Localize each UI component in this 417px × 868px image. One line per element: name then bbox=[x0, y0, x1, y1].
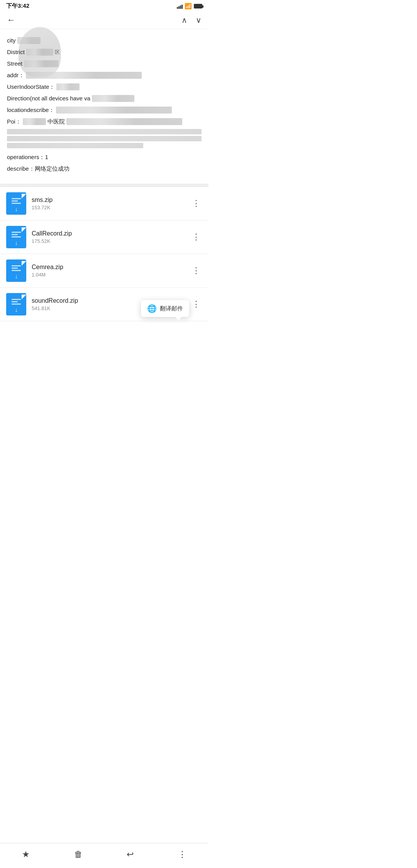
attachment-menu-button[interactable]: ⋮ bbox=[190, 296, 202, 312]
translate-label: 翻译邮件 bbox=[160, 305, 183, 312]
locationdescribe-value-redacted bbox=[56, 107, 172, 114]
download-icon: ↓ bbox=[15, 307, 18, 313]
download-icon: ↓ bbox=[15, 240, 18, 246]
attachment-name: Cemrea.zip bbox=[32, 264, 190, 271]
up-arrow-button[interactable]: ∧ bbox=[181, 15, 187, 25]
wifi-icon: 📶 bbox=[185, 3, 192, 10]
attachment-item: ↓ sms.zip 153.72K ⋮ bbox=[0, 187, 208, 220]
email-body: city District 区 Street addr： UserIndoorS… bbox=[0, 29, 208, 178]
email-line-city: city bbox=[7, 35, 202, 46]
status-bar: 下午3:42 📶 bbox=[0, 0, 208, 11]
email-line-userindoorstate: UserIndoorState： bbox=[7, 81, 202, 93]
nav-bar: ← ∧ ∨ bbox=[0, 11, 208, 29]
poi-text: 中医院 bbox=[47, 116, 65, 127]
poi-suffix-redacted bbox=[66, 118, 182, 125]
email-line-locationdescribe: locationdescribe： bbox=[7, 104, 202, 116]
email-line-poi: Poi： 中医院 bbox=[7, 116, 202, 127]
operationers-text: operationers：1 bbox=[7, 151, 48, 163]
attachment-menu-button[interactable]: ⋮ bbox=[190, 263, 202, 279]
district-suffix: 区 bbox=[55, 47, 60, 57]
street-value-redacted bbox=[24, 60, 59, 67]
email-line-describe: describe：网络定位成功 bbox=[7, 163, 202, 175]
status-time: 下午3:42 bbox=[6, 2, 29, 10]
poi-prefix-redacted bbox=[23, 118, 46, 125]
attachment-size: 1.04M bbox=[32, 272, 190, 278]
email-line-street: Street bbox=[7, 58, 202, 70]
translate-popup[interactable]: 🌐 翻译邮件 bbox=[141, 300, 189, 317]
userindoorstate-label: UserIndoorState： bbox=[7, 81, 55, 93]
attachment-info-sms: sms.zip 153.72K bbox=[32, 197, 190, 210]
street-label: Street bbox=[7, 58, 22, 70]
city-value-redacted bbox=[17, 37, 41, 44]
district-label: District bbox=[7, 46, 25, 58]
email-line-addr: addr： bbox=[7, 70, 202, 81]
attachment-icon-soundrecord: ↓ bbox=[6, 293, 26, 315]
attachment-icon-cemrea: ↓ bbox=[6, 259, 26, 282]
attachment-menu-button[interactable]: ⋮ bbox=[190, 229, 202, 245]
attachment-size: 175.52K bbox=[32, 238, 190, 244]
addr-value-redacted bbox=[26, 72, 142, 79]
attachment-menu-button[interactable]: ⋮ bbox=[190, 195, 202, 212]
addr-label: addr： bbox=[7, 70, 24, 81]
email-line-direction: Direction(not all devices have va bbox=[7, 93, 202, 104]
attachment-size: 153.72K bbox=[32, 205, 190, 210]
attachment-list: ↓ sms.zip 153.72K ⋮ ↓ CallRecord.zip 175… bbox=[0, 187, 208, 321]
back-button[interactable]: ← bbox=[7, 15, 15, 25]
attachment-name: CallRecord.zip bbox=[32, 230, 190, 237]
download-icon: ↓ bbox=[15, 273, 18, 280]
direction-value-redacted bbox=[92, 95, 134, 102]
section-divider bbox=[0, 184, 208, 187]
attachment-icon-callrecord: ↓ bbox=[6, 226, 26, 248]
battery-icon bbox=[194, 4, 202, 8]
attachment-icon-sms: ↓ bbox=[6, 192, 26, 215]
attachment-item: ↓ CallRecord.zip 175.52K ⋮ bbox=[0, 220, 208, 254]
large-redacted-block bbox=[7, 129, 202, 148]
translate-icon: 🌐 bbox=[147, 304, 157, 313]
down-arrow-button[interactable]: ∨ bbox=[196, 15, 202, 25]
attachment-info-callrecord: CallRecord.zip 175.52K bbox=[32, 230, 190, 244]
poi-label: Poi： bbox=[7, 116, 21, 127]
email-line-district: District 区 bbox=[7, 46, 202, 58]
attachment-info-cemrea: Cemrea.zip 1.04M bbox=[32, 264, 190, 278]
attachment-item: ↓ Cemrea.zip 1.04M ⋮ bbox=[0, 254, 208, 288]
city-label: city bbox=[7, 35, 16, 46]
attachment-name: sms.zip bbox=[32, 197, 190, 203]
signal-icon bbox=[177, 3, 183, 9]
status-icons: 📶 bbox=[177, 3, 202, 10]
district-value-redacted bbox=[26, 49, 53, 56]
attachment-item: ↓ soundRecord.zip 541.81K ⋮ 🌐 翻译邮件 bbox=[0, 288, 208, 321]
email-line-operationers: operationers：1 bbox=[7, 151, 202, 163]
locationdescribe-label: locationdescribe： bbox=[7, 104, 54, 116]
direction-label: Direction(not all devices have va bbox=[7, 93, 90, 104]
userindoorstate-value-redacted bbox=[56, 83, 80, 90]
describe-text: describe：网络定位成功 bbox=[7, 163, 70, 175]
bottom-spacer bbox=[0, 321, 208, 352]
nav-arrows: ∧ ∨ bbox=[181, 15, 202, 25]
download-icon: ↓ bbox=[15, 206, 18, 212]
